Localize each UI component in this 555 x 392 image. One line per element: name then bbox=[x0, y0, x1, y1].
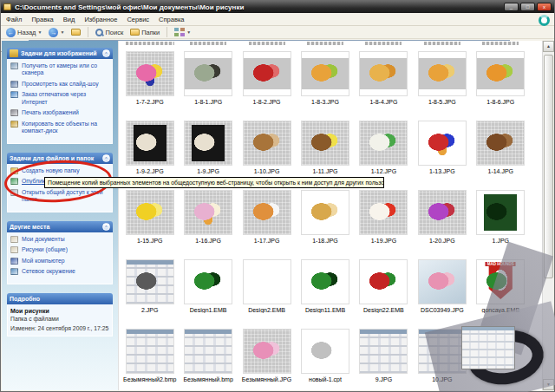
file-thumbnail[interactable]: DSC03949.JPG bbox=[413, 258, 471, 327]
file-thumbnail[interactable]: 1.JPG bbox=[472, 188, 530, 258]
thumbnail-motif bbox=[127, 260, 173, 304]
explorer-window: C:\Documents and Settings\мой офис\Мои д… bbox=[0, 0, 555, 392]
sidebar-task-label: Просмотреть как слайд-шоу bbox=[22, 81, 99, 88]
sidebar-panel-header[interactable]: Другие места ^ bbox=[7, 221, 113, 232]
clipped-label-row bbox=[121, 42, 530, 49]
file-thumbnail[interactable]: Design2.EMB bbox=[238, 258, 296, 327]
search-button[interactable]: Поиск bbox=[94, 29, 125, 36]
vertical-scrollbar[interactable]: ▲ ▼ bbox=[542, 41, 553, 390]
file-thumbnail[interactable]: Безымянный.bmp bbox=[179, 327, 237, 390]
back-button[interactable]: ← Назад ▼ bbox=[4, 28, 43, 37]
file-thumbnail[interactable]: Безымянный2.bmp bbox=[121, 327, 179, 390]
file-thumbnail[interactable]: 9.JPG bbox=[355, 327, 413, 390]
file-thumbnail[interactable]: Design11.EMB bbox=[296, 258, 354, 327]
file-name: 1-9-2.JPG bbox=[121, 168, 179, 174]
my-computer-icon bbox=[10, 258, 18, 265]
file-thumbnail[interactable]: Безымянный.JPG bbox=[238, 327, 296, 390]
file-thumbnail[interactable]: 1-7-2.JPG bbox=[121, 49, 179, 119]
sidebar-task-item[interactable]: Заказ отпечатков через Интернет bbox=[10, 91, 109, 106]
file-name: 1-13.JPG bbox=[413, 168, 471, 174]
menu-item[interactable]: Вид bbox=[63, 16, 75, 23]
scrollbar-thumb[interactable] bbox=[544, 55, 553, 278]
camera-scanner-icon bbox=[10, 62, 18, 69]
collapse-chevron-icon[interactable]: ^ bbox=[102, 223, 110, 231]
file-thumbnail[interactable]: Design22.EMB bbox=[355, 258, 413, 327]
file-thumbnail[interactable]: 1-8-6.JPG bbox=[472, 49, 530, 119]
file-thumbnail-image bbox=[359, 121, 408, 166]
back-dropdown-icon[interactable]: ▼ bbox=[38, 29, 42, 35]
title-bar[interactable]: C:\Documents and Settings\мой офис\Мои д… bbox=[1, 1, 554, 13]
file-thumbnail[interactable]: 2.JPG bbox=[121, 258, 179, 327]
network-icon bbox=[10, 268, 18, 275]
sidebar-panel-header[interactable]: Задачи для файлов и папок ^ bbox=[7, 153, 113, 164]
file-thumbnail[interactable]: 1-16.JPG bbox=[179, 188, 237, 258]
file-thumbnail[interactable]: 1-18.JPG bbox=[296, 188, 354, 258]
sidebar-task-item[interactable]: Просмотреть как слайд-шоу bbox=[10, 81, 109, 88]
file-thumbnail[interactable]: 1-8-2.JPG bbox=[238, 49, 296, 119]
sidebar-task-item[interactable]: Копировать все объекты на компакт-диск bbox=[10, 121, 109, 135]
clipped-file-label bbox=[249, 42, 285, 45]
file-thumbnail[interactable]: MAD HOUNDS goncaya.EMB bbox=[472, 258, 530, 327]
sidebar-task-label: Открыть общий доступ к этой папке bbox=[22, 189, 109, 204]
file-thumbnail[interactable]: новый-1.cpt bbox=[296, 327, 354, 390]
thumbnail-motif bbox=[127, 121, 173, 165]
sidebar-task-item[interactable]: Сетевое окружение bbox=[10, 268, 109, 275]
sidebar-task-item[interactable]: Получить от камеры или со сканера bbox=[10, 62, 109, 77]
menu-item[interactable]: Сервис bbox=[127, 16, 149, 23]
menu-item[interactable]: Правка bbox=[31, 16, 53, 23]
scroll-up-icon[interactable]: ▲ bbox=[543, 41, 554, 52]
thumbnail-motif bbox=[127, 52, 173, 95]
forward-dropdown-icon[interactable]: ▼ bbox=[60, 29, 64, 35]
collapse-chevron-icon[interactable]: ^ bbox=[102, 49, 110, 57]
up-button[interactable] bbox=[69, 29, 82, 36]
file-thumbnail[interactable]: 1-8-5.JPG bbox=[413, 49, 471, 119]
file-thumbnail-image bbox=[126, 190, 174, 235]
folders-button-label: Папки bbox=[141, 29, 160, 36]
collapse-chevron-icon[interactable]: ^ bbox=[102, 154, 110, 162]
file-name: 1-8-5.JPG bbox=[413, 99, 471, 105]
close-button[interactable]: x bbox=[537, 3, 552, 11]
file-thumbnail[interactable]: Design1.EMB bbox=[179, 258, 237, 327]
forward-button[interactable]: → ▼ bbox=[47, 28, 66, 37]
scroll-down-icon[interactable]: ▼ bbox=[543, 379, 554, 390]
file-name: 1-8-6.JPG bbox=[472, 99, 530, 105]
menu-item[interactable]: Справка bbox=[159, 16, 184, 23]
file-thumbnail[interactable]: 1-19.JPG bbox=[355, 188, 413, 258]
file-thumbnail[interactable]: 1-13.JPG bbox=[413, 119, 471, 188]
file-thumbnail[interactable]: 1-20.JPG bbox=[413, 188, 471, 258]
file-thumbnail[interactable]: 1-15.JPG bbox=[121, 188, 179, 258]
throbber-logo-icon bbox=[539, 15, 550, 26]
file-thumbnail[interactable]: 1-8-1.JPG bbox=[179, 49, 237, 119]
thumbnail-motif bbox=[244, 191, 291, 234]
minimize-button[interactable]: _ bbox=[504, 3, 519, 11]
file-thumbnail[interactable]: 1-17.JPG bbox=[238, 188, 296, 258]
publish-web-icon bbox=[10, 178, 18, 185]
thumbnail-motif bbox=[244, 121, 291, 165]
sidebar-task-item[interactable]: Создать новую папку bbox=[10, 167, 109, 174]
file-thumbnail[interactable]: 10.JPG bbox=[413, 327, 471, 390]
file-thumbnail-image bbox=[243, 329, 291, 374]
file-thumbnail-image bbox=[301, 259, 349, 304]
sidebar-panel-header[interactable]: Подробно ^ bbox=[7, 293, 113, 304]
share-folder-icon bbox=[10, 189, 18, 196]
file-list-area[interactable]: 1-7-2.JPG 1-8-1.JPG 1-8-2.JPG 1-8-3.JPG … bbox=[118, 41, 542, 390]
sidebar-task-item[interactable]: Рисунки (общие) bbox=[10, 246, 109, 253]
maximize-button[interactable]: □ bbox=[520, 3, 535, 11]
menu-item[interactable]: Файл bbox=[6, 16, 22, 23]
sidebar-task-item[interactable]: Печать изображений bbox=[10, 109, 109, 116]
sidebar-panel-header[interactable]: Задачи для изображений ^ bbox=[7, 48, 113, 59]
menu-item[interactable]: Избранное bbox=[84, 16, 117, 23]
file-thumbnail[interactable]: 1-14.JPG bbox=[472, 119, 530, 188]
file-name: 2.JPG bbox=[121, 307, 179, 313]
sidebar-task-item[interactable]: Мой компьютер bbox=[10, 258, 109, 265]
sidebar-task-label: Мои документы bbox=[22, 236, 65, 243]
file-thumbnail[interactable]: 1-8-4.JPG bbox=[355, 49, 413, 119]
folders-button[interactable]: Папки bbox=[128, 29, 161, 36]
file-thumbnail-image bbox=[243, 259, 291, 304]
file-thumbnail[interactable]: 1-8-3.JPG bbox=[296, 49, 354, 119]
views-button[interactable]: ▼ bbox=[173, 28, 193, 36]
views-dropdown-icon[interactable]: ▼ bbox=[186, 29, 191, 35]
thumbnail-motif bbox=[244, 52, 291, 95]
sidebar-task-item[interactable]: Открыть общий доступ к этой папке bbox=[10, 189, 109, 204]
sidebar-task-item[interactable]: Мои документы bbox=[10, 236, 109, 243]
